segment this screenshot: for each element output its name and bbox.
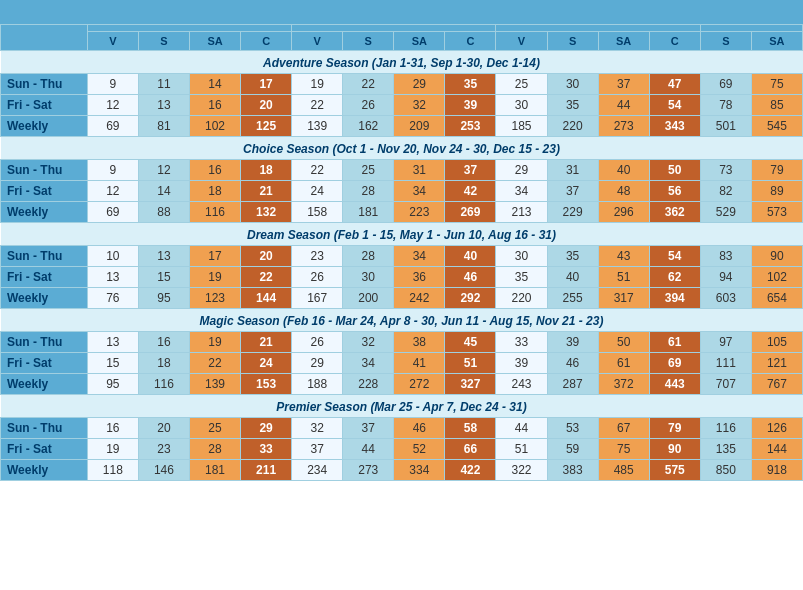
cell-3: 18 — [241, 160, 292, 181]
sub-header-sa-2: SA — [189, 32, 240, 51]
cell-2: 18 — [189, 181, 240, 202]
cell-10: 43 — [598, 246, 649, 267]
cell-6: 34 — [394, 246, 445, 267]
cell-5: 26 — [343, 95, 394, 116]
cell-5: 273 — [343, 460, 394, 481]
row-label: Fri - Sat — [1, 267, 88, 288]
cell-0: 69 — [87, 202, 138, 223]
cell-10: 48 — [598, 181, 649, 202]
cell-10: 75 — [598, 439, 649, 460]
cell-12: 97 — [700, 332, 751, 353]
cell-4: 26 — [292, 332, 343, 353]
cell-5: 32 — [343, 332, 394, 353]
sub-header-c-11: C — [649, 32, 700, 51]
cell-6: 41 — [394, 353, 445, 374]
cell-9: 40 — [547, 267, 598, 288]
cell-13: 144 — [751, 439, 802, 460]
table-row: Fri - Sat1214182124283442343748568289 — [1, 181, 803, 202]
cell-0: 15 — [87, 353, 138, 374]
cell-8: 213 — [496, 202, 547, 223]
cell-12: 850 — [700, 460, 751, 481]
cell-4: 29 — [292, 353, 343, 374]
cell-10: 44 — [598, 95, 649, 116]
cell-9: 35 — [547, 95, 598, 116]
cell-3: 125 — [241, 116, 292, 137]
table-row: Sun - Thu912161822253137293140507379 — [1, 160, 803, 181]
cell-11: 56 — [649, 181, 700, 202]
cell-6: 242 — [394, 288, 445, 309]
season-header-0: Adventure Season (Jan 1-31, Sep 1-30, De… — [1, 51, 803, 74]
cell-5: 181 — [343, 202, 394, 223]
cell-10: 50 — [598, 332, 649, 353]
cell-2: 25 — [189, 418, 240, 439]
cell-2: 19 — [189, 332, 240, 353]
cell-12: 94 — [700, 267, 751, 288]
cell-0: 13 — [87, 267, 138, 288]
cell-5: 44 — [343, 439, 394, 460]
cell-4: 139 — [292, 116, 343, 137]
cell-5: 22 — [343, 74, 394, 95]
cell-7: 422 — [445, 460, 496, 481]
cell-7: 269 — [445, 202, 496, 223]
cell-5: 228 — [343, 374, 394, 395]
row-label: Sun - Thu — [1, 74, 88, 95]
cell-2: 102 — [189, 116, 240, 137]
nights-header — [1, 25, 88, 51]
cell-4: 23 — [292, 246, 343, 267]
cell-2: 181 — [189, 460, 240, 481]
cell-0: 76 — [87, 288, 138, 309]
cell-5: 30 — [343, 267, 394, 288]
cell-12: 501 — [700, 116, 751, 137]
cell-13: 89 — [751, 181, 802, 202]
cell-11: 443 — [649, 374, 700, 395]
cell-3: 132 — [241, 202, 292, 223]
table-row: Fri - Sat1213162022263239303544547885 — [1, 95, 803, 116]
row-label: Weekly — [1, 460, 88, 481]
cell-13: 79 — [751, 160, 802, 181]
cell-9: 255 — [547, 288, 598, 309]
cell-8: 30 — [496, 246, 547, 267]
cell-1: 88 — [138, 202, 189, 223]
cell-13: 85 — [751, 95, 802, 116]
cell-5: 25 — [343, 160, 394, 181]
row-label: Sun - Thu — [1, 246, 88, 267]
cell-11: 47 — [649, 74, 700, 95]
table-row: Weekly1181461812112342733344223223834855… — [1, 460, 803, 481]
cell-12: 78 — [700, 95, 751, 116]
cell-0: 95 — [87, 374, 138, 395]
cell-13: 767 — [751, 374, 802, 395]
cell-4: 26 — [292, 267, 343, 288]
cell-0: 118 — [87, 460, 138, 481]
cell-10: 40 — [598, 160, 649, 181]
cell-4: 158 — [292, 202, 343, 223]
season-header-4: Premier Season (Mar 25 - Apr 7, Dec 24 -… — [1, 395, 803, 418]
cell-9: 287 — [547, 374, 598, 395]
cell-13: 102 — [751, 267, 802, 288]
cell-13: 90 — [751, 246, 802, 267]
cell-2: 16 — [189, 160, 240, 181]
cell-10: 296 — [598, 202, 649, 223]
cell-12: 69 — [700, 74, 751, 95]
cell-6: 46 — [394, 418, 445, 439]
cell-12: 603 — [700, 288, 751, 309]
page-title — [0, 0, 803, 16]
cell-12: 73 — [700, 160, 751, 181]
cell-5: 162 — [343, 116, 394, 137]
cell-7: 39 — [445, 95, 496, 116]
table-row: Fri - Sat192328333744526651597590135144 — [1, 439, 803, 460]
cell-9: 39 — [547, 332, 598, 353]
one-bedroom-header — [292, 25, 496, 32]
row-label: Fri - Sat — [1, 353, 88, 374]
sub-header-s-5: S — [343, 32, 394, 51]
cell-0: 10 — [87, 246, 138, 267]
cell-8: 29 — [496, 160, 547, 181]
cell-7: 58 — [445, 418, 496, 439]
cell-6: 38 — [394, 332, 445, 353]
cell-3: 211 — [241, 460, 292, 481]
cell-7: 292 — [445, 288, 496, 309]
sub-header-s-12: S — [700, 32, 751, 51]
cell-7: 253 — [445, 116, 496, 137]
row-label: Weekly — [1, 202, 88, 223]
sub-header-v-0: V — [87, 32, 138, 51]
cell-6: 32 — [394, 95, 445, 116]
